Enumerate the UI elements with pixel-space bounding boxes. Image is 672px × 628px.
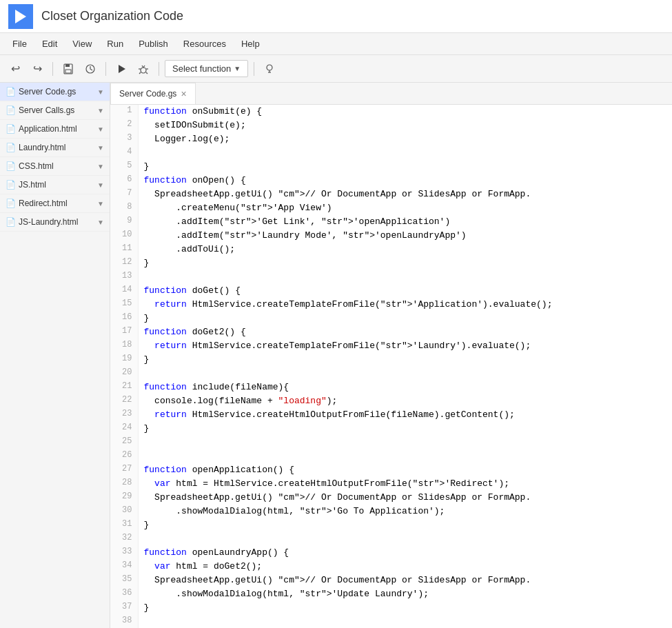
line-number: 33 xyxy=(110,546,138,560)
undo-button[interactable]: ↩ xyxy=(6,59,25,79)
save-button[interactable] xyxy=(59,59,78,79)
code-content: } xyxy=(138,353,672,367)
code-content: Logger.log(e); xyxy=(138,132,672,146)
sidebar-item-4[interactable]: 📄CSS.html▼ xyxy=(0,157,110,176)
table-row: 6function onOpen() { xyxy=(110,174,672,188)
table-row: 33function openLaundryApp() { xyxy=(110,546,672,560)
line-number: 8 xyxy=(110,201,138,215)
table-row: 10 .addItem("str">'Laundry Mode', "str">… xyxy=(110,229,672,243)
sidebar-item-5[interactable]: 📄JS.html▼ xyxy=(0,176,110,194)
menu-item-view[interactable]: View xyxy=(65,36,99,52)
code-content: function openApplication() { xyxy=(138,463,672,477)
svg-line-10 xyxy=(139,72,141,74)
sidebar-label: Application.html xyxy=(19,124,94,134)
table-row: 8 .createMenu("str">'App View') xyxy=(110,201,672,215)
code-content: .createMenu("str">'App View') xyxy=(138,201,672,215)
sidebar-item-3[interactable]: 📄Laundry.html▼ xyxy=(0,139,110,157)
redo-button[interactable]: ↪ xyxy=(28,59,47,79)
line-number: 14 xyxy=(110,284,138,298)
editor-area: Server Code.gs× 1function onSubmit(e) {2… xyxy=(110,83,672,628)
menu-item-edit[interactable]: Edit xyxy=(35,36,64,52)
code-content: function doGet() { xyxy=(138,284,672,298)
sidebar-chevron-icon: ▼ xyxy=(97,181,104,189)
code-editor[interactable]: 1function onSubmit(e) {2 setIDOnSubmit(e… xyxy=(110,105,672,628)
line-number: 32 xyxy=(110,532,138,546)
svg-line-11 xyxy=(146,72,147,74)
line-number: 26 xyxy=(110,449,138,463)
code-content: return HtmlService.createHtmlOutputFromF… xyxy=(138,408,672,422)
toolbar-separator-4 xyxy=(254,62,254,76)
sidebar-item-7[interactable]: 📄JS-Laundry.html▼ xyxy=(0,213,110,232)
table-row: 24} xyxy=(110,422,672,436)
select-function-label: Select function xyxy=(172,63,231,74)
line-number: 6 xyxy=(110,174,138,188)
sidebar-label: Laundry.html xyxy=(19,143,94,152)
table-row: 32 xyxy=(110,532,672,546)
table-row: 14function doGet() { xyxy=(110,284,672,298)
run-button[interactable] xyxy=(112,59,131,79)
line-number: 4 xyxy=(110,146,138,160)
toolbar-separator-1 xyxy=(52,62,53,76)
line-number: 34 xyxy=(110,560,138,574)
main-layout: 📄Server Code.gs▼📄Server Calls.gs▼📄Applic… xyxy=(0,83,672,628)
debug-button[interactable] xyxy=(134,59,153,79)
sidebar-item-6[interactable]: 📄Redirect.html▼ xyxy=(0,194,110,213)
menu-item-run[interactable]: Run xyxy=(100,36,130,52)
menu-item-publish[interactable]: Publish xyxy=(132,36,175,52)
sidebar: 📄Server Code.gs▼📄Server Calls.gs▼📄Applic… xyxy=(0,83,110,628)
line-number: 15 xyxy=(110,298,138,312)
sidebar-label: Redirect.html xyxy=(19,199,94,208)
table-row: 30 .showModalDialog(html, "str">'Go To A… xyxy=(110,505,672,518)
code-content: function doGet2() { xyxy=(138,325,672,339)
tab-bar: Server Code.gs× xyxy=(110,83,672,105)
line-number: 23 xyxy=(110,408,138,422)
sidebar-chevron-icon: ▼ xyxy=(97,88,104,96)
code-content: .addToUi(); xyxy=(138,243,672,256)
menu-item-help[interactable]: Help xyxy=(234,36,267,52)
code-content xyxy=(138,449,672,463)
tab-close-icon[interactable]: × xyxy=(181,88,186,99)
table-row: 9 .addItem("str">'Get Link', "str">'open… xyxy=(110,215,672,229)
table-row: 34 var html = doGet2(); xyxy=(110,560,672,574)
line-number: 20 xyxy=(110,367,138,381)
sidebar-chevron-icon: ▼ xyxy=(97,107,104,114)
code-content xyxy=(138,270,672,284)
code-content: } xyxy=(138,601,672,615)
svg-rect-1 xyxy=(65,64,70,67)
line-number: 9 xyxy=(110,215,138,229)
lightbulb-button[interactable] xyxy=(260,59,279,79)
sidebar-item-0[interactable]: 📄Server Code.gs▼ xyxy=(0,83,110,101)
code-content: } xyxy=(138,256,672,270)
table-row: 27function openApplication() { xyxy=(110,463,672,477)
history-button[interactable] xyxy=(81,59,100,79)
line-number: 35 xyxy=(110,574,138,587)
table-row: 25 xyxy=(110,436,672,449)
table-row: 17function doGet2() { xyxy=(110,325,672,339)
sidebar-label: Server Code.gs xyxy=(19,87,94,97)
menu-item-resources[interactable]: Resources xyxy=(176,36,233,52)
line-number: 25 xyxy=(110,436,138,449)
file-icon: 📄 xyxy=(6,143,16,152)
code-content: } xyxy=(138,518,672,532)
table-row: 23 return HtmlService.createHtmlOutputFr… xyxy=(110,408,672,422)
line-number: 18 xyxy=(110,339,138,353)
sidebar-chevron-icon: ▼ xyxy=(97,200,104,207)
table-row: 1function onSubmit(e) { xyxy=(110,105,672,119)
line-number: 7 xyxy=(110,188,138,201)
code-content: function onSubmit(e) { xyxy=(138,105,672,119)
table-row: 11 .addToUi(); xyxy=(110,243,672,256)
code-content: SpreadsheetApp.getUi() "cm">// Or Docume… xyxy=(138,188,672,201)
table-row: 13 xyxy=(110,270,672,284)
line-number: 5 xyxy=(110,160,138,174)
line-number: 10 xyxy=(110,229,138,243)
table-row: 16} xyxy=(110,312,672,325)
select-function-button[interactable]: Select function ▼ xyxy=(165,60,248,77)
code-content: var html = HtmlService.createHtmlOutputF… xyxy=(138,477,672,491)
code-content: } xyxy=(138,422,672,436)
sidebar-item-1[interactable]: 📄Server Calls.gs▼ xyxy=(0,101,110,120)
tab-0[interactable]: Server Code.gs× xyxy=(110,83,196,104)
sidebar-label: JS.html xyxy=(19,180,94,190)
sidebar-item-2[interactable]: 📄Application.html▼ xyxy=(0,120,110,139)
menu-item-file[interactable]: File xyxy=(6,36,34,52)
code-content: .showModalDialog(html, "str">'Update Lau… xyxy=(138,587,672,601)
